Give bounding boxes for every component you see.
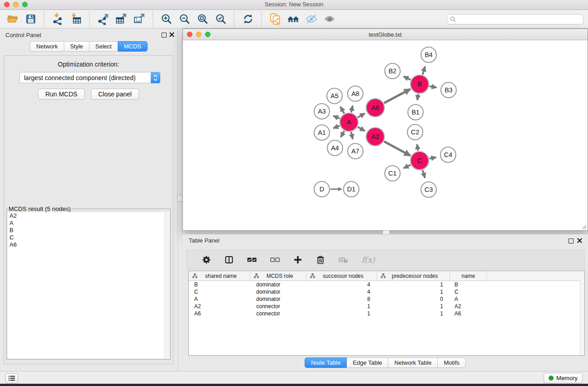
clone-network-button[interactable] [266,11,284,27]
zoom-in-button[interactable] [158,11,176,27]
tab-edge-table[interactable]: Edge Table [346,357,388,368]
table-cell: dominator [250,296,306,302]
run-mcds-button[interactable]: Run MCDS [38,89,85,100]
select-all-button[interactable] [240,251,263,269]
search-input[interactable] [458,15,583,23]
add-column-button[interactable] [287,251,309,269]
export-table-button[interactable] [112,11,130,27]
control-panel: Control Panel NetworkStyleSelectMCDS Opt… [0,29,178,371]
close-table-panel-icon[interactable] [577,238,582,243]
task-history-button[interactable] [5,373,18,383]
home-network-button[interactable] [284,11,302,27]
edge-A-A6[interactable] [358,114,365,118]
column-header-name[interactable]: name [450,271,487,281]
criterion-dropdown[interactable]: largest connected component (directed) [19,72,160,83]
import-table-button[interactable] [67,11,85,27]
status-bar: Memory [0,371,588,384]
edge-C-C3[interactable] [423,170,425,178]
table-row[interactable]: Adominator80A [189,295,584,303]
minimize-network-window-button[interactable] [196,32,201,37]
save-session-button[interactable] [22,11,40,27]
table-row[interactable]: A6connector11A6 [189,310,584,317]
edge-A-A1[interactable] [333,126,339,128]
table-cell: A2 [189,303,250,310]
edge-B-B2[interactable] [403,76,411,80]
table-row[interactable]: Cdominator41C [189,288,584,295]
delete-table-button[interactable] [332,251,355,269]
zoom-selected-button[interactable] [212,11,230,27]
edge-B-B3[interactable] [430,86,437,87]
close-window-button[interactable] [4,2,10,7]
edge-B-B1[interactable] [417,94,418,100]
table-row[interactable]: Bdominator41B [189,281,584,288]
edge-A-A7[interactable] [351,132,353,139]
horizontal-divider-grabber[interactable] [382,230,390,235]
edge-A2-C[interactable] [384,142,410,156]
toolbar-separator [234,11,235,27]
edge-C-C4[interactable] [430,157,436,159]
mcds-result-item[interactable]: B [8,227,169,234]
result-list-scrollbar[interactable] [164,212,169,358]
edge-B-B4[interactable] [423,67,425,75]
column-header-mcds-role[interactable]: MCDS role [250,271,306,281]
edge-A-A8[interactable] [351,105,353,112]
edge-A-A4[interactable] [341,131,344,137]
tab-motifs[interactable]: Motifs [437,357,466,368]
tab-node-table[interactable]: Node Table [305,357,347,368]
graph-node-label-C3: C3 [425,186,433,193]
export-image-button[interactable] [130,11,148,27]
column-header-successor-nodes[interactable]: successor nodes [306,271,377,281]
export-network-button[interactable] [94,11,112,27]
export-table-icon [115,13,127,25]
tab-style[interactable]: Style [64,41,90,52]
close-network-window-button[interactable] [187,32,192,37]
mcds-result-item[interactable]: A [8,219,169,227]
float-table-panel-icon[interactable] [569,238,574,243]
tab-network-table[interactable]: Network Table [388,357,438,368]
refresh-layout-button[interactable] [239,11,257,27]
mcds-result-item[interactable]: A2 [8,212,169,219]
resize-grip-icon[interactable] [581,224,587,229]
houses-icon [287,13,300,25]
app-titlebar: Session: New Session [0,0,588,10]
zoom-out-button[interactable] [176,11,194,27]
hide-panels-button[interactable] [302,11,320,27]
float-panel-icon[interactable] [162,33,167,38]
deselect-all-button[interactable] [263,251,287,269]
delete-column-button[interactable] [309,251,332,269]
function-builder-button[interactable]: f(x) [355,251,382,269]
minimize-window-button[interactable] [13,2,19,7]
table-row[interactable]: A2connector11A2 [189,303,584,310]
table-scrollbar[interactable] [580,281,584,355]
edge-A-A5[interactable] [340,107,344,114]
search-field[interactable] [447,14,583,24]
tab-network[interactable]: Network [30,41,64,52]
zoom-window-button[interactable] [22,2,28,7]
edge-A-A3[interactable] [333,116,340,119]
trash-icon [316,255,325,264]
edge-C-C1[interactable] [404,165,411,168]
column-header-predecessor-nodes[interactable]: predecessor nodes [377,271,450,281]
column-header-shared-name[interactable]: shared name [189,271,250,281]
edge-A-A2[interactable] [358,127,365,131]
close-panel-icon[interactable] [169,32,174,37]
mcds-result-item[interactable]: A6 [8,241,169,248]
zoom-network-window-button[interactable] [205,32,210,37]
mcds-tab-content: Optimization criterion: largest connecte… [4,55,173,364]
close-panel-button[interactable]: Close panel [91,89,139,100]
edge-C-C2[interactable] [417,144,418,151]
split-view-button[interactable] [218,251,240,269]
zoom-fit-button[interactable] [194,11,212,27]
tab-mcds[interactable]: MCDS [118,41,148,52]
import-network-button[interactable] [49,11,67,27]
table-settings-button[interactable] [195,251,218,269]
network-canvas[interactable]: B4B2BB3A5A8A6A3B1AA1C2A2A4A7C4CC1C3DD1 [183,40,588,230]
show-view-button[interactable] [320,11,339,27]
memory-button[interactable]: Memory [544,373,583,383]
tab-select[interactable]: Select [89,41,118,52]
graph-node-label-A8: A8 [351,90,359,97]
open-session-button[interactable] [4,11,22,27]
mcds-result-item[interactable]: C [8,234,169,241]
optimization-criterion-label: Optimization criterion: [4,61,173,68]
edge-A6-B[interactable] [384,89,410,103]
